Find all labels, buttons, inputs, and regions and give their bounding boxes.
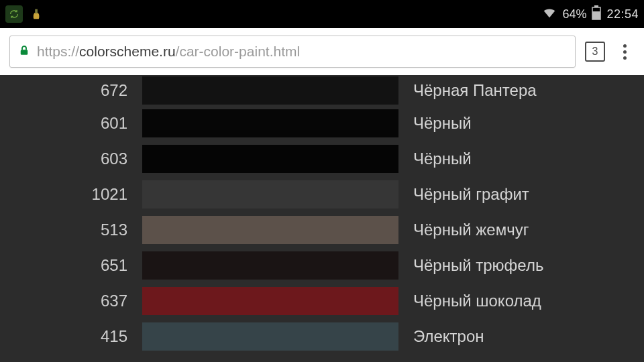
color-name: Чёрная Пантера <box>398 81 644 100</box>
color-swatch <box>142 145 398 173</box>
color-code: 672 <box>0 81 142 100</box>
color-swatch <box>142 76 398 105</box>
color-code: 651 <box>0 256 142 275</box>
color-name: Чёрный трюфель <box>398 256 644 275</box>
color-name: Электрон <box>398 327 644 346</box>
color-row: 513Чёрный жемчуг <box>0 212 644 247</box>
color-row: 637Чёрный шоколад <box>0 283 644 318</box>
android-status-bar: 64% 22:54 <box>0 0 644 28</box>
overflow-menu-button[interactable] <box>614 44 635 60</box>
lock-icon <box>18 44 30 59</box>
svg-rect-4 <box>21 50 28 55</box>
address-bar[interactable]: https://colorscheme.ru/car-color-paint.h… <box>9 36 576 68</box>
clock: 22:54 <box>606 7 639 21</box>
status-bar-right: 64% 22:54 <box>542 5 639 23</box>
page-content[interactable]: 672Чёрная Пантера601Чёрный603Чёрный1021Ч… <box>0 75 644 362</box>
color-row: 1021Чёрный графит <box>0 176 644 212</box>
color-row: 651Чёрный трюфель <box>0 247 644 283</box>
svg-rect-3 <box>592 11 600 19</box>
color-row: 415Электрон <box>0 318 644 354</box>
color-code: 601 <box>0 114 142 133</box>
color-name: Чёрный жемчуг <box>398 221 644 239</box>
browser-toolbar: https://colorscheme.ru/car-color-paint.h… <box>0 28 644 75</box>
color-row: 672Чёрная Пантера <box>0 75 644 105</box>
color-name: Чёрный <box>398 149 644 168</box>
color-name: Чёрный графит <box>398 185 644 204</box>
color-swatch <box>142 109 398 137</box>
tab-count: 3 <box>592 46 598 58</box>
color-swatch <box>142 287 398 315</box>
color-code: 1021 <box>0 185 142 204</box>
color-row: 603Чёрный <box>0 141 644 176</box>
wifi-icon <box>542 5 557 23</box>
app-icon-recycle <box>5 5 23 23</box>
color-swatch <box>142 216 398 244</box>
color-swatch <box>142 322 398 351</box>
svg-rect-0 <box>35 9 38 13</box>
color-code: 513 <box>0 221 142 239</box>
color-code: 637 <box>0 292 142 310</box>
url-text: https://colorscheme.ru/car-color-paint.h… <box>37 44 567 60</box>
color-code: 415 <box>0 327 142 346</box>
color-code: 603 <box>0 149 142 168</box>
battery-percent: 64% <box>562 7 586 21</box>
tab-count-button[interactable]: 3 <box>585 42 605 62</box>
color-swatch <box>142 180 398 208</box>
color-row: 601Чёрный <box>0 105 644 141</box>
color-swatch <box>142 251 398 280</box>
url-scheme: https:// <box>37 44 79 59</box>
color-name: Чёрный шоколад <box>398 292 644 310</box>
color-name: Чёрный <box>398 114 644 133</box>
app-icon-brush <box>28 5 46 23</box>
url-host: colorscheme.ru <box>79 44 176 59</box>
status-bar-left <box>5 5 46 23</box>
battery-icon <box>592 5 601 23</box>
url-path: /car-color-paint.html <box>176 44 301 59</box>
